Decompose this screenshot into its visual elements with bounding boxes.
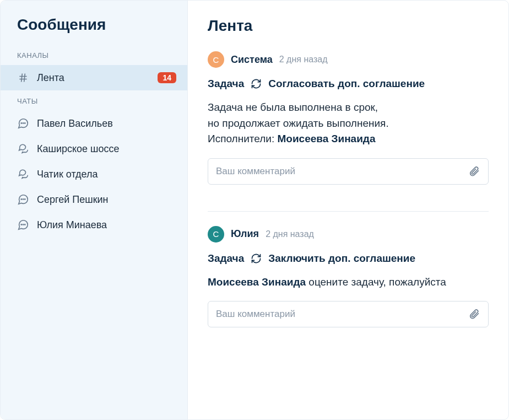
comment-input[interactable] — [216, 166, 468, 177]
feed-item-header: С Система 2 дня назад — [208, 51, 489, 68]
task-title[interactable]: Согласовать доп. соглашение — [268, 78, 425, 90]
avatar: С — [208, 51, 224, 68]
chat-group-icon — [17, 168, 29, 180]
timestamp: 2 дня назад — [279, 55, 328, 64]
svg-point-11 — [23, 224, 23, 225]
svg-line-2 — [21, 74, 23, 82]
feed-body: Задача не была выполнена в срок, но прод… — [208, 100, 489, 147]
task-label: Задача — [208, 78, 244, 90]
unread-badge: 14 — [158, 72, 176, 83]
chat-direct-icon — [17, 219, 29, 231]
feed-item-header: С Юлия 2 дня назад — [208, 226, 489, 243]
mention: Моисеева Зинаида — [208, 276, 306, 288]
main-content: Лента С Система 2 дня назад Задача — [188, 1, 508, 419]
comment-box[interactable] — [208, 301, 489, 327]
body-after-mention: оцените задачу, пожалуйста — [306, 276, 446, 288]
avatar: С — [208, 226, 224, 243]
chat-item-department[interactable]: Чатик отдела — [1, 161, 187, 187]
feed-title: Лента — [208, 17, 489, 35]
section-label-channels: КАНАЛЫ — [1, 45, 187, 65]
timestamp: 2 дня назад — [266, 229, 314, 239]
svg-point-4 — [21, 123, 21, 123]
chat-item-yulia[interactable]: Юлия Минаева — [1, 212, 187, 238]
svg-point-9 — [25, 199, 25, 200]
svg-point-12 — [25, 224, 25, 225]
chat-item-pavel[interactable]: Павел Васильев — [1, 111, 187, 136]
refresh-icon — [251, 253, 262, 264]
channel-label: Лента — [37, 72, 150, 84]
task-line: Задача Согласовать доп. соглашение — [208, 78, 489, 90]
chat-label: Каширское шоссе — [37, 143, 176, 155]
executor-name: Моисеева Зинаида — [277, 133, 375, 144]
app-root: Сообщения КАНАЛЫ Лента 14 ЧАТЫ — [0, 0, 509, 420]
chat-label: Сергей Пешкин — [37, 194, 176, 206]
attach-icon[interactable] — [468, 308, 480, 320]
chat-label: Юлия Минаева — [37, 219, 176, 231]
author-name: Юлия — [231, 228, 259, 240]
sidebar: Сообщения КАНАЛЫ Лента 14 ЧАТЫ — [1, 1, 188, 419]
chat-group-icon — [17, 143, 29, 155]
svg-point-7 — [21, 199, 21, 200]
task-title[interactable]: Заключить доп. соглашение — [268, 252, 415, 265]
refresh-icon — [251, 78, 262, 89]
comment-input[interactable] — [216, 309, 468, 320]
svg-point-5 — [23, 123, 23, 123]
task-line: Задача Заключить доп. соглашение — [208, 252, 489, 265]
chat-label: Чатик отдела — [37, 169, 176, 180]
svg-line-3 — [24, 74, 25, 82]
chat-item-kashirskoe[interactable]: Каширское шоссе — [1, 136, 187, 161]
chat-label: Павел Васильев — [37, 118, 176, 130]
feed-item: С Юлия 2 дня назад Задача Заключить доп.… — [208, 211, 489, 341]
svg-point-6 — [25, 123, 25, 123]
feed-item: С Система 2 дня назад Задача Согласовать… — [208, 51, 489, 198]
chat-item-sergey[interactable]: Сергей Пешкин — [1, 187, 187, 212]
hash-icon — [17, 72, 29, 84]
svg-point-10 — [21, 224, 21, 225]
attach-icon[interactable] — [468, 165, 480, 177]
author-name: Система — [231, 54, 273, 66]
executors-prefix: Исполнители: — [208, 133, 277, 144]
task-label: Задача — [208, 252, 244, 265]
chat-direct-icon — [17, 117, 29, 130]
sidebar-title: Сообщения — [1, 16, 187, 45]
svg-point-8 — [23, 199, 23, 200]
channel-item-feed[interactable]: Лента 14 — [1, 65, 187, 90]
chat-direct-icon — [17, 193, 29, 206]
body-plain: Задача не была выполнена в срок, но прод… — [208, 101, 389, 129]
section-label-chats: ЧАТЫ — [1, 90, 187, 111]
comment-box[interactable] — [208, 158, 489, 185]
feed-body: Моисеева Зинаида оцените задачу, пожалуй… — [208, 274, 489, 290]
